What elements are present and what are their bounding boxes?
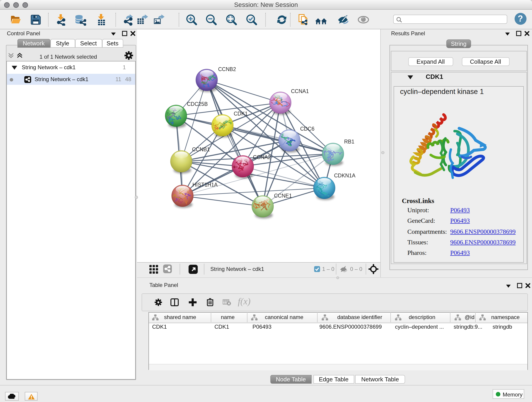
svg-text:CDC6: CDC6 <box>300 126 315 132</box>
svg-text:CCNB2: CCNB2 <box>218 66 236 72</box>
svg-text:CCNB1: CCNB1 <box>192 147 210 153</box>
svg-text:CDKN1A: CDKN1A <box>334 172 355 179</box>
svg-text:CCNA2: CCNA2 <box>253 154 271 160</box>
svg-text:CCNE1: CCNE1 <box>274 193 292 199</box>
svg-text:CCNA1: CCNA1 <box>291 88 309 94</box>
svg-text:CDC25B: CDC25B <box>187 101 208 107</box>
svg-text:CDK1: CDK1 <box>234 111 248 117</box>
svg-text:HIST1H1A: HIST1H1A <box>192 182 218 188</box>
svg-text:RB1: RB1 <box>344 139 355 145</box>
